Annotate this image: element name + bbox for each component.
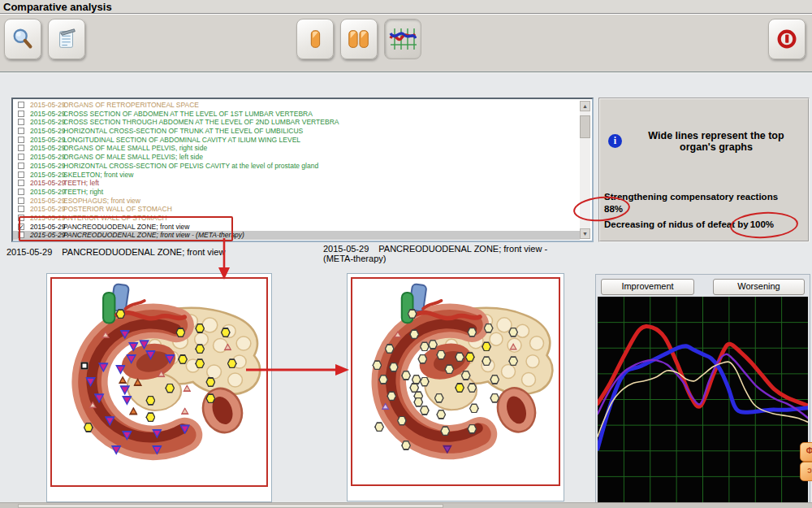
list-item[interactable]: 2015-05-29ORGANS OF MALE SMALL PELVIS; l… xyxy=(13,153,580,162)
row-checkbox[interactable] xyxy=(18,128,24,134)
report-button[interactable] xyxy=(48,19,85,59)
row-label: HORIZONTAL CROSS-SECTION OF PELVIS CAVIT… xyxy=(63,162,318,171)
marker-hexpale-icon xyxy=(387,391,396,401)
row-checkbox[interactable] xyxy=(18,137,24,143)
list-item[interactable]: 2015-05-29CROSS SECTION THROUGH ABDOMEN … xyxy=(13,118,580,127)
list-item[interactable]: 2015-05-29TEETH; right xyxy=(13,188,580,197)
improvement-button[interactable]: Improvement xyxy=(601,279,694,295)
list-item[interactable]: 2015-05-29ESOPHAGUS; front view xyxy=(13,197,580,206)
caption-label: PANCREODUODENAL ZONE; front view xyxy=(62,247,225,257)
marker-tridown-icon xyxy=(94,393,105,403)
marker-hexpale-icon xyxy=(484,323,494,333)
row-label: CROSS SECTION THROUGH ABDOMEN AT THE LEV… xyxy=(63,118,339,127)
row-checkbox[interactable] xyxy=(18,102,24,108)
title-divider xyxy=(0,13,812,14)
marker-hexpale-icon xyxy=(467,328,477,337)
row-label: CROSS SECTION OF ABDOMEN AT THE LEVEL OF… xyxy=(63,110,313,119)
marker-triupo-icon xyxy=(181,407,189,415)
marker-tridown-icon xyxy=(105,416,115,426)
marker-triup-icon xyxy=(133,378,142,386)
list-item[interactable]: 2015-05-29HORIZONTAL CROSS-SECTION OF TR… xyxy=(13,127,580,136)
marker-hexpale-icon xyxy=(482,356,491,366)
list-item[interactable]: 2015-05-29ORGANS OF RETROPERITONEAL SPAC… xyxy=(13,101,580,110)
list-item[interactable]: 2015-05-29POSTERIOR WALL OF STOMACH xyxy=(13,205,580,214)
marker-hexpale-icon xyxy=(467,424,477,434)
row-checkbox[interactable] xyxy=(18,111,24,117)
curl-tool-button[interactable]: ɔ xyxy=(800,462,812,481)
horizontal-scrollbar-thumb[interactable] xyxy=(18,504,443,508)
magnifier-icon xyxy=(11,26,35,52)
row-date: 2015-05-29 xyxy=(30,118,65,127)
row-label: ORGANS OF MALE SMALL PELVIS, right side xyxy=(63,144,207,153)
marker-hexpale-icon xyxy=(467,383,477,393)
marker-hexpale-icon xyxy=(508,356,518,366)
row-checkbox[interactable] xyxy=(18,206,24,212)
marker-hexpale-icon xyxy=(461,371,471,380)
page-title: Comparative analysis xyxy=(3,1,112,13)
phi-tool-button[interactable]: Ф xyxy=(800,442,812,462)
marker-hexpale-icon xyxy=(436,410,446,419)
marker-hex-icon xyxy=(482,341,491,351)
marker-tridown-icon xyxy=(98,363,109,372)
row-checkbox[interactable] xyxy=(18,189,24,195)
row-date: 2015-05-29 xyxy=(30,188,65,197)
marker-hex-icon xyxy=(221,328,231,337)
marker-tridown-icon xyxy=(85,377,96,387)
right-image-caption: 2015-05-29PANCREODUODENAL ZONE; front vi… xyxy=(323,244,577,263)
row-label: ORGANS OF MALE SMALL PELVIS; left side xyxy=(63,153,203,162)
metric2-label: Decreasing of nidus of defeat by xyxy=(604,219,749,229)
marker-hex-icon xyxy=(465,352,475,362)
organ-image-after xyxy=(347,273,564,501)
row-checkbox[interactable] xyxy=(18,119,24,125)
marker-hexpale-icon xyxy=(428,340,438,350)
list-item[interactable]: 2015-05-29CROSS SECTION OF ABDOMEN AT TH… xyxy=(13,110,580,119)
comparative-analysis-window: Comparative analysis xyxy=(0,0,812,508)
search-button[interactable] xyxy=(4,19,41,59)
marker-hexpale-icon xyxy=(490,375,499,384)
scrollbar-thumb[interactable] xyxy=(580,115,590,138)
row-checkbox[interactable] xyxy=(18,163,24,169)
list-item[interactable]: 2015-05-29ORGANS OF MALE SMALL PELVIS, r… xyxy=(13,144,580,153)
marker-triupo-icon xyxy=(394,331,402,338)
marker-hexpale-icon xyxy=(436,350,446,360)
list-item[interactable]: 2015-05-29TEETH; left xyxy=(13,179,580,188)
comparison-chart xyxy=(598,297,808,502)
marker-tridown-icon xyxy=(111,445,122,455)
scroll-down-icon[interactable]: ▼ xyxy=(580,228,590,239)
graph-view-button[interactable] xyxy=(384,19,421,59)
scroll-up-icon[interactable]: ▲ xyxy=(580,101,590,111)
list-item[interactable]: 2015-05-29LONGITUDINAL SECTION OF ABDOMI… xyxy=(13,136,580,145)
row-checkbox[interactable] xyxy=(18,154,24,160)
horizontal-scrollbar[interactable] xyxy=(0,502,812,508)
list-item[interactable]: 2015-05-29SKELETON; front view xyxy=(13,171,580,180)
caption-date: 2015-05-29 xyxy=(6,247,52,257)
row-label: ORGANS OF RETROPERITONEAL SPACE xyxy=(63,101,199,110)
row-checkbox[interactable] xyxy=(18,172,24,178)
marker-tridown-icon xyxy=(179,424,190,434)
marker-tridown-icon xyxy=(122,431,132,441)
diagnostic-markers-after xyxy=(352,279,559,484)
floating-tools: Ф ɔ xyxy=(800,442,812,481)
double-card-icon xyxy=(346,25,372,53)
dual-view-button[interactable] xyxy=(340,19,378,59)
marker-hexpale-icon xyxy=(434,393,444,403)
row-checkbox[interactable] xyxy=(18,180,24,186)
graph-lines-icon xyxy=(389,25,417,53)
row-date: 2015-05-29 xyxy=(30,101,65,110)
marker-hexpale-icon xyxy=(420,377,430,387)
marker-hexpale-icon xyxy=(389,363,399,372)
marker-hexpale-icon xyxy=(469,403,479,413)
list-item[interactable]: 2015-05-29HORIZONTAL CROSS-SECTION OF PE… xyxy=(13,162,580,171)
single-view-button[interactable] xyxy=(296,19,334,59)
marker-triup-icon xyxy=(119,376,127,384)
title-bar: Comparative analysis xyxy=(0,0,812,15)
marker-hexpale-icon xyxy=(440,426,450,436)
marker-hexpale-icon xyxy=(455,352,464,362)
row-checkbox[interactable] xyxy=(18,145,24,151)
marker-hexpale-icon xyxy=(420,406,430,415)
exit-button[interactable] xyxy=(768,19,806,59)
marker-tridown-icon xyxy=(165,354,175,364)
row-checkbox[interactable] xyxy=(18,198,24,204)
worsening-button[interactable]: Worsening xyxy=(713,279,805,295)
marker-tridown-icon xyxy=(152,429,162,439)
